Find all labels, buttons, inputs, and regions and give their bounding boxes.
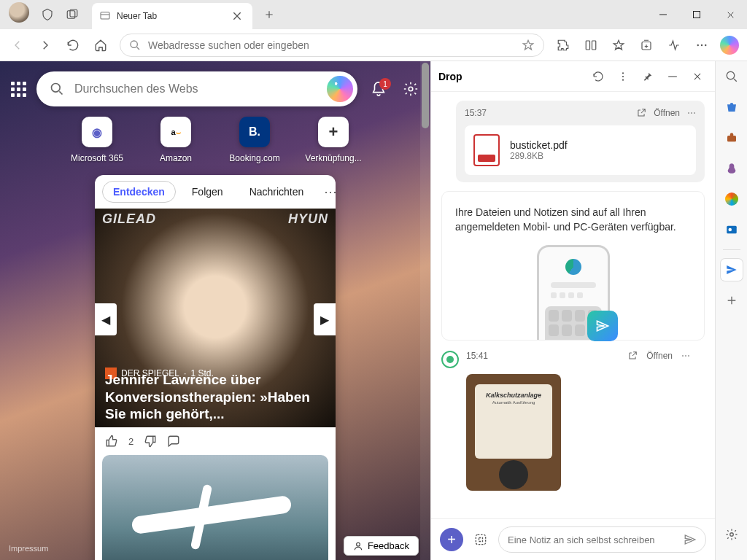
feed-tab-discover[interactable]: Entdecken [102, 181, 176, 203]
sender-avatar [441, 351, 459, 368]
address-input[interactable] [148, 39, 514, 51]
svg-rect-2 [101, 12, 109, 19]
open-link[interactable]: Öffnen [646, 351, 673, 361]
forward-button[interactable] [32, 32, 58, 58]
attachment-image[interactable]: KalkschutzanlageAutomatik Ausführung [466, 374, 561, 491]
quick-link-add[interactable]: +Verknüpfung... [304, 117, 363, 163]
svg-rect-18 [479, 538, 483, 542]
tab-title: Neuer Tab [117, 11, 223, 21]
message-more-button[interactable]: ⋯ [687, 108, 696, 118]
sidebar-settings-button[interactable] [721, 524, 743, 545]
svg-point-11 [52, 84, 61, 93]
attachment-filesize: 289.8KB [510, 151, 568, 161]
tab-close-button[interactable] [229, 8, 245, 24]
sidebar-m365-button[interactable] [721, 188, 743, 210]
page-settings-button[interactable] [400, 81, 422, 97]
svg-point-14 [622, 72, 624, 74]
like-icon[interactable] [105, 435, 118, 448]
copilot-icon[interactable] [327, 76, 353, 102]
workspaces-icon[interactable] [35, 2, 60, 27]
impressum-link[interactable]: Impressum [9, 544, 48, 553]
window-maximize-button[interactable] [680, 0, 713, 29]
sidebar-outlook-button[interactable] [721, 219, 743, 241]
comment-icon[interactable] [167, 435, 180, 448]
notifications-button[interactable]: 1 [366, 81, 391, 97]
svg-point-13 [357, 542, 360, 546]
feed-tab-news[interactable]: Nachrichten [239, 182, 314, 202]
carousel-prev-button[interactable]: ◀ [95, 303, 117, 335]
back-button[interactable] [4, 32, 31, 58]
browser-tab[interactable]: Neuer Tab [92, 3, 252, 29]
new-tab-page: 1 ◉Microsoft 365 a⌣Amazon B.Booking.com … [0, 61, 430, 560]
sidebar-add-button[interactable] [721, 289, 743, 311]
profile-avatar[interactable] [9, 2, 29, 23]
open-external-icon[interactable] [636, 108, 646, 118]
paste-button[interactable] [471, 529, 491, 550]
svg-point-10 [705, 44, 706, 45]
like-count: 2 [128, 436, 133, 447]
dislike-icon[interactable] [144, 435, 157, 448]
drop-refresh-button[interactable] [588, 66, 608, 87]
drop-info-card: Ihre Dateien und Notizen sind auf all Ih… [441, 191, 705, 341]
scrollbar[interactable] [420, 61, 430, 560]
collections-button[interactable] [633, 32, 659, 58]
sidebar-drop-button[interactable] [721, 259, 743, 281]
tab-actions-icon[interactable] [60, 2, 85, 27]
message-more-button[interactable]: ⋯ [681, 351, 690, 361]
home-button[interactable] [88, 32, 114, 58]
svg-rect-0 [67, 11, 75, 19]
svg-rect-17 [476, 534, 485, 544]
svg-point-4 [131, 41, 137, 47]
search-icon [129, 39, 141, 51]
favorites-button[interactable] [605, 32, 632, 58]
split-screen-button[interactable] [578, 32, 604, 58]
copilot-button[interactable] [716, 32, 743, 58]
feed-tab-follow[interactable]: Folgen [182, 182, 233, 202]
note-input[interactable] [508, 534, 678, 545]
svg-point-23 [729, 533, 733, 537]
note-input-wrapper[interactable] [498, 526, 706, 553]
hero-title: Jennifer Lawrence über Konversionstherap… [105, 371, 325, 423]
carousel-next-button[interactable]: ▶ [314, 303, 336, 335]
sidebar-games-button[interactable] [721, 158, 743, 179]
performance-button[interactable] [661, 32, 687, 58]
news-feed: Entdecken Folgen Nachrichten ⋯ GILEADHYU… [95, 175, 336, 560]
new-tab-button[interactable] [257, 2, 282, 27]
notifications-badge: 1 [379, 78, 391, 90]
svg-point-12 [409, 87, 413, 91]
extensions-button[interactable] [550, 32, 576, 58]
drop-pin-button[interactable] [638, 66, 658, 87]
window-close-button[interactable] [713, 0, 747, 29]
quick-link[interactable]: ◉Microsoft 365 [68, 117, 126, 163]
drop-close-button[interactable] [687, 66, 708, 87]
sidebar-shopping-button[interactable] [721, 96, 743, 118]
favorite-icon[interactable] [522, 39, 535, 52]
drop-minimize-button[interactable] [662, 66, 683, 87]
open-external-icon[interactable] [627, 351, 638, 361]
web-search-input[interactable] [74, 82, 317, 96]
send-icon[interactable] [684, 533, 697, 546]
svg-point-15 [622, 75, 624, 77]
search-icon [50, 82, 64, 96]
open-link[interactable]: Öffnen [654, 108, 680, 118]
feed-options-button[interactable]: ⋯ [320, 184, 336, 200]
feedback-button[interactable]: Feedback [344, 536, 419, 556]
web-search-box[interactable] [36, 71, 357, 106]
pdf-icon [473, 134, 500, 166]
feed-card[interactable] [102, 455, 328, 560]
window-minimize-button[interactable] [646, 0, 680, 29]
more-button[interactable] [689, 32, 715, 58]
svg-rect-20 [727, 136, 736, 141]
address-bar[interactable] [120, 34, 544, 57]
attachment[interactable]: busticket.pdf 289.8KB [465, 125, 696, 175]
refresh-button[interactable] [60, 32, 86, 58]
app-launcher-icon[interactable] [9, 79, 28, 98]
quick-link[interactable]: a⌣Amazon [147, 117, 205, 163]
sidebar-tools-button[interactable] [721, 127, 743, 149]
svg-rect-3 [694, 12, 700, 18]
sidebar-search-button[interactable] [721, 66, 743, 88]
feed-hero-card[interactable]: GILEADHYUN ◀ ▶ DER SPIEGEL·1 Std. Jennif… [95, 209, 336, 427]
add-attachment-button[interactable]: + [440, 528, 463, 551]
drop-more-button[interactable] [613, 66, 633, 87]
quick-link[interactable]: B.Booking.com [225, 117, 284, 163]
